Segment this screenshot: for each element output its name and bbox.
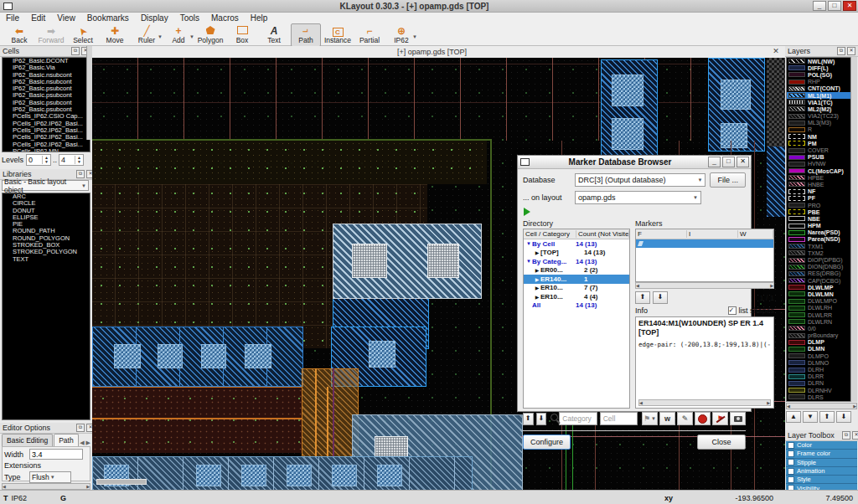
menu-macros[interactable]: Macros [205,13,245,23]
tree-row-bycateg[interactable]: ▼By Categ...14 (13) [524,257,629,266]
expand-checkbox[interactable] [788,459,794,465]
layer-row-dlmp[interactable]: DLMP [787,339,856,346]
layer-row-cnt-cont-[interactable]: CNT(CONT) [787,85,856,92]
cells-panel-header[interactable]: Cells ⧉ ✕ [0,46,92,57]
layer-uplevel-button[interactable]: ⬆ [819,411,835,423]
category-filter-input[interactable]: Category [559,412,597,425]
collapsed-icon[interactable]: ▶ [534,285,540,291]
maximize-button[interactable]: □ [828,1,841,11]
add-tool-button[interactable]: +Add▼ [163,23,194,47]
layer-row-dlmpo[interactable]: DLMPO [787,352,856,359]
directory-tree[interactable]: Cell / Category Count (Not Visited)▾ ▼By… [523,229,630,409]
extension-type-select[interactable]: Flush▼ [29,471,71,483]
select-tool-button[interactable]: ➤Select [68,23,98,47]
tab-scroll-arrows[interactable]: ◀ ▶ [80,440,90,446]
cell-filter-input[interactable]: Cell [600,412,638,425]
layers-panel-header[interactable]: Layers ⧉ ✕ [785,46,858,57]
marker-row-selected[interactable] [636,239,773,248]
expand-checkbox[interactable] [788,476,794,483]
layer-row-dlrn[interactable]: DLRN [787,380,856,387]
col-count[interactable]: Count (Not Visited)▾ [576,230,629,238]
configure-button[interactable]: Configure [523,435,571,450]
menu-edit[interactable]: Edit [25,13,51,23]
library-items-list[interactable]: ARCCIRCLEDONUTELLIPSEPIEROUND_PATHROUND_… [2,193,90,420]
layer-row-narea-psd-[interactable]: Narea(PSD) [787,229,856,236]
layer-row-dion-dnbg-[interactable]: DION(DNBG) [787,264,856,270]
layer-row-nm[interactable]: NM [787,133,856,140]
levels-from-spinner[interactable]: 0▲▼ [26,154,51,166]
layout-tab-title[interactable]: [+] opamp.gds [TOP] [92,48,772,56]
editor-options-header[interactable]: Editor Options ⧉ ✕ [0,423,97,434]
info-hscrollbar[interactable]: ◀▶ [638,399,771,406]
layer-row-hpm[interactable]: HPM [787,223,856,229]
layer-row-pm[interactable]: PM [787,140,856,147]
layer-downlevel-button[interactable]: ⬇ [836,411,851,423]
marker-col-f[interactable]: F [636,230,687,238]
col-cell-category[interactable]: Cell / Category [524,230,576,238]
layer-row-dlwlmn[interactable]: DLWLMN [787,291,856,297]
file-menu-button[interactable]: File ... [710,172,746,188]
layer-row-dlmno[interactable]: DLMNO [787,359,856,366]
tab-close-icon[interactable]: ✕ [772,48,780,56]
toolbox-color[interactable]: Color [786,441,857,450]
layer-row-cover[interactable]: COVER [787,147,856,153]
tree-row-er10[interactable]: ▶ER10...7 (7) [524,284,629,293]
markers-hscrollbar[interactable]: ◀▶ [635,282,774,289]
layer-row-dlrr[interactable]: DLRR [787,373,856,380]
layer-row-dlrh[interactable]: DLRH [787,366,856,373]
tree-row-bycell[interactable]: ▼By Cell14 (13) [524,239,629,249]
tree-row-er00[interactable]: ▶ER00...2 (2) [524,266,629,275]
box-tool-button[interactable]: Box [227,23,257,47]
layer-row-pbe[interactable]: PBE [787,208,856,215]
tab-basic-editing[interactable]: Basic Editing [2,434,53,446]
title-bar[interactable]: KLayout 0.30.3 - [+] opamp.gds [TOP] _ □… [0,0,858,13]
tree-down-button[interactable]: ⬇ [536,413,547,425]
close-icon[interactable]: ✕ [852,431,858,440]
tree-row-top[interactable]: ▶[TOP]14 (13) [524,249,629,258]
width-input[interactable] [29,449,83,460]
menu-file[interactable]: File [0,13,25,23]
layer-row-ml2-m2-[interactable]: ML2(M2) [787,105,856,112]
layer-row-via2-tc23-[interactable]: VIA2(TC23) [787,113,856,120]
layer-row-diop-dpbg-[interactable]: DIOP(DPBG) [787,256,856,263]
expand-checkbox[interactable] [788,450,794,457]
layer-row-dlrnhv[interactable]: DLRNHV [787,387,856,393]
ruler-tool-button[interactable]: ╱Ruler▼ [132,23,162,47]
layer-toolbox-header[interactable]: Layer Toolbox ⧉ ✕ [785,430,858,441]
text-tool-button[interactable]: AText [259,23,289,47]
flag-marker-button[interactable]: ⚑▼ [642,412,658,425]
menu-help[interactable]: Help [245,13,274,23]
layer-row-pol-sg-[interactable]: POL(SG) [787,71,856,78]
layer-row-res-drbg-[interactable]: RES(DRBG) [787,270,856,277]
float-icon[interactable]: ⧉ [842,431,850,440]
toolbox-stipple[interactable]: Stipple [786,459,857,467]
layer-row-dlwlmp[interactable]: DLWLMP [787,284,856,291]
layer-up-button[interactable]: ▲ [786,411,801,423]
minimize-button[interactable]: _ [813,1,826,11]
float-icon[interactable]: ⧉ [76,424,85,432]
close-icon[interactable]: ✕ [847,47,855,55]
dialog-close-button[interactable]: ✕ [737,157,749,167]
forward-tool-button[interactable]: ➡Forward [36,23,66,47]
menu-tools[interactable]: Tools [174,13,205,23]
layer-row-hvnw[interactable]: HVNW [787,161,856,167]
expanded-icon[interactable]: ▼ [525,241,532,246]
layer-row-parea-nsd-[interactable]: Parea(NSD) [787,236,856,243]
library-select[interactable]: Basic - Basic layout object▼ [2,180,89,191]
close-dialog-button[interactable]: Close [697,435,746,450]
collapsed-icon[interactable]: ▶ [534,267,540,273]
layer-row-dlmn[interactable]: DLMN [787,346,856,352]
dialog-title-bar[interactable]: Marker Database Browser _ □ ✕ [518,156,751,169]
layer-row-nwl-nw-[interactable]: NWL(NW) [787,58,856,64]
layer-row-pf[interactable]: PF [787,195,856,202]
prev-marker-button[interactable]: ⬆ [635,291,650,304]
layers-list[interactable]: NWL(NW)DIFF(L)POL(SG)RHPCNT(CONT)ML1(M1)… [786,57,857,402]
layer-row-cl-moscap-[interactable]: CL(MosCAP) [787,167,856,174]
layer-row-psub[interactable]: PSUB [787,154,856,161]
layer-row-dlwlmpo[interactable]: DLWLMPO [787,298,856,305]
layout-select[interactable]: opamp.gds▼ [575,191,701,204]
next-marker-button[interactable]: ⬇ [653,291,668,304]
expand-checkbox[interactable] [788,442,794,449]
snapshot-button[interactable] [730,412,746,425]
collapsed-icon[interactable]: ▶ [534,294,540,300]
